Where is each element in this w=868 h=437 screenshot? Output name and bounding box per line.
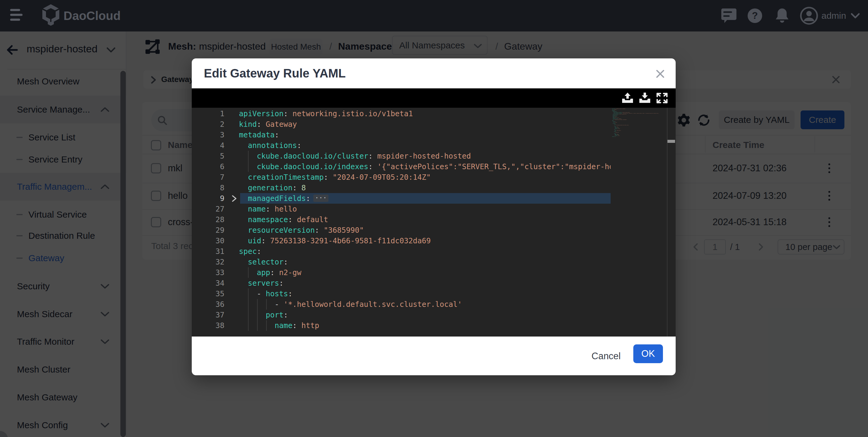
cancel-button[interactable]: Cancel <box>588 347 624 365</box>
ok-button[interactable]: OK <box>633 344 663 363</box>
avatar-icon[interactable] <box>800 7 818 25</box>
code-token: creationTimestamp <box>248 173 324 182</box>
message-icon[interactable] <box>721 8 737 24</box>
code-token: resourceVersion <box>248 226 315 235</box>
code-token: http <box>302 321 319 330</box>
brand-name: DaoCloud <box>63 0 121 31</box>
code-token: Gateway <box>266 120 297 128</box>
code-token: "3685990" <box>323 226 364 235</box>
yaml-code-editor[interactable]: 1apiVersion: networking.istio.io/v1beta1… <box>192 108 676 337</box>
upload-icon[interactable] <box>621 92 634 104</box>
line-number: 9 <box>192 193 224 204</box>
code-token: 75263138-3291-4b66-9581-f11dc032da69 <box>615 119 627 120</box>
code-token: '{"activePolices":"SERVER_TLS,","cluster… <box>622 113 659 114</box>
code-line: 37 port: <box>192 310 611 320</box>
code-line-text: generation: 8 <box>239 182 306 193</box>
code-line-text: selector: <box>239 257 288 267</box>
code-token: : <box>257 120 266 128</box>
code-line-text: uid: 75263138-3291-4b66-9581-f11dc032da6… <box>239 235 431 246</box>
code-line: 3metadata: <box>192 129 611 140</box>
code-line: 31spec: <box>192 246 611 257</box>
line-number: 28 <box>192 214 224 225</box>
line-number: 8 <box>192 182 224 193</box>
code-token: apiVersion <box>239 109 284 118</box>
code-token: : <box>261 236 270 245</box>
indent-guide <box>266 299 267 310</box>
code-token: ckube.daocloud.io/cluster <box>257 152 368 161</box>
code-token: app <box>257 268 270 277</box>
line-number: 4 <box>192 140 224 151</box>
code-token: : <box>368 152 377 161</box>
code-token: : <box>306 194 310 203</box>
code-line: 38 name: http <box>192 320 611 331</box>
code-token: servers <box>248 279 279 288</box>
bell-icon[interactable] <box>775 7 790 24</box>
code-token: mspider-hosted-hosted <box>377 152 471 161</box>
code-token: : <box>288 215 297 224</box>
scrollbar-marker[interactable] <box>668 140 675 143</box>
help-icon[interactable]: ? <box>747 8 763 24</box>
code-line-text: annotations: <box>239 140 302 151</box>
folded-region-badge[interactable]: ··· <box>313 195 329 202</box>
daocloud-logo-icon <box>42 4 60 28</box>
fullscreen-icon[interactable] <box>656 92 668 104</box>
code-line-text: resourceVersion: "3685990" <box>239 225 364 235</box>
code-line: 27 name: hello <box>192 204 611 214</box>
code-token <box>239 173 248 182</box>
hamburger-menu-icon[interactable] <box>9 7 24 23</box>
code-line-text: metadata: <box>239 129 279 140</box>
code-token: : <box>368 162 377 171</box>
code-token: : <box>279 279 284 288</box>
code-token: namespace <box>248 215 288 224</box>
code-token: name <box>275 321 292 330</box>
code-line: 35 - hosts: <box>192 288 611 299</box>
code-line: 6 ckube.daocloud.io/indexes: '{"activePo… <box>192 161 611 172</box>
topbar: DaoCloud ? admin <box>0 0 868 31</box>
code-line-text: ckube.daocloud.io/indexes: '{"activePoli… <box>239 161 611 172</box>
code-token: : <box>617 116 618 116</box>
code-token: port <box>266 311 284 319</box>
code-token: : <box>284 258 288 266</box>
code-token: n2-gw <box>279 268 302 277</box>
code-token: HTTP <box>618 136 619 136</box>
code-token: 75263138-3291-4b66-9581-f11dc032da69 <box>270 236 431 245</box>
user-chevron-down-icon[interactable] <box>850 13 860 19</box>
code-token <box>239 258 248 266</box>
minimap-line: status: {} <box>612 136 666 137</box>
code-line: 32 selector: <box>192 257 611 267</box>
code-token: : <box>275 130 279 139</box>
code-line-text: port: <box>239 310 288 320</box>
dialog-close-icon[interactable] <box>655 69 665 79</box>
code-token <box>239 215 248 224</box>
editor-minimap[interactable]: apiVersion: networking.istio.io/v1beta1k… <box>611 108 667 337</box>
code-token: hosts <box>266 289 288 298</box>
line-number: 27 <box>192 204 224 214</box>
line-number: 38 <box>192 320 224 331</box>
code-line: 1apiVersion: networking.istio.io/v1beta1 <box>192 108 611 119</box>
code-token: : <box>257 247 261 256</box>
edit-yaml-dialog: Edit Gateway Rule YAML <box>192 58 676 375</box>
code-line-text: spec: <box>239 246 261 257</box>
code-token: : <box>292 321 302 330</box>
code-token: default <box>297 215 328 224</box>
indent-guide <box>248 267 249 278</box>
code-token <box>239 205 248 213</box>
code-token: '*.helloworld.default.svc.cluster.local' <box>616 125 629 125</box>
download-icon[interactable] <box>639 92 651 104</box>
user-name[interactable]: admin <box>822 0 846 31</box>
fold-chevron-icon[interactable] <box>230 195 238 202</box>
code-token: generation <box>248 183 293 192</box>
line-number: 29 <box>192 225 224 235</box>
code-line-text: apiVersion: networking.istio.io/v1beta1 <box>239 108 413 119</box>
indent-guide <box>248 288 249 331</box>
code-line: 34 servers: <box>192 278 611 288</box>
minimap-content: apiVersion: networking.istio.io/v1beta1k… <box>612 108 666 137</box>
code-token <box>239 194 248 203</box>
line-number: 30 <box>192 235 224 246</box>
dialog-title: Edit Gateway Rule YAML <box>204 58 346 88</box>
code-token: {} <box>615 136 616 137</box>
app-root: DaoCloud ? admin <box>0 0 868 437</box>
code-token: : <box>323 173 333 182</box>
code-token: : <box>270 268 279 277</box>
line-number: 35 <box>192 288 224 299</box>
